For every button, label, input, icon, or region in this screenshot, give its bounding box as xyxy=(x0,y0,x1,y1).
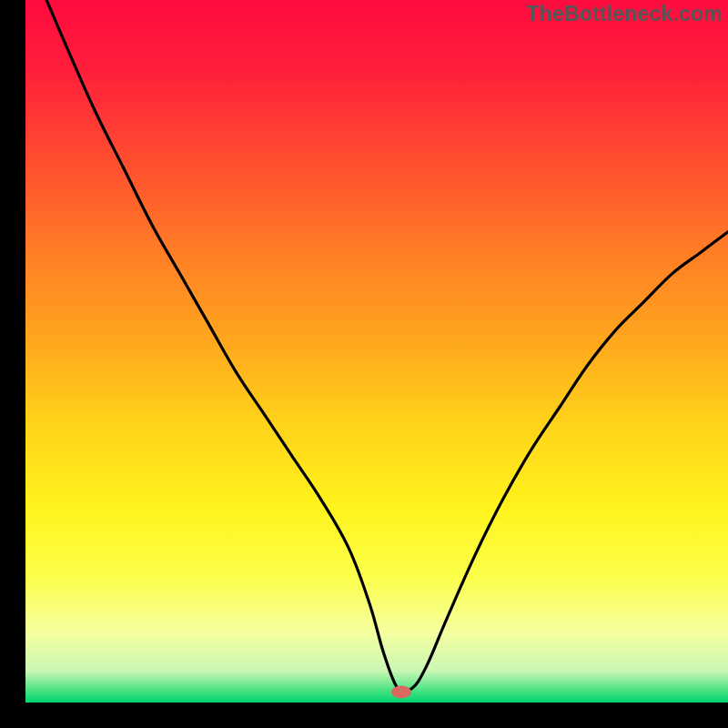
gradient-background xyxy=(25,0,728,703)
optimal-marker xyxy=(391,685,411,698)
chart-stage: TheBottleneck.com xyxy=(0,0,728,728)
watermark-text: TheBottleneck.com xyxy=(526,2,723,26)
bottleneck-chart xyxy=(0,0,728,728)
